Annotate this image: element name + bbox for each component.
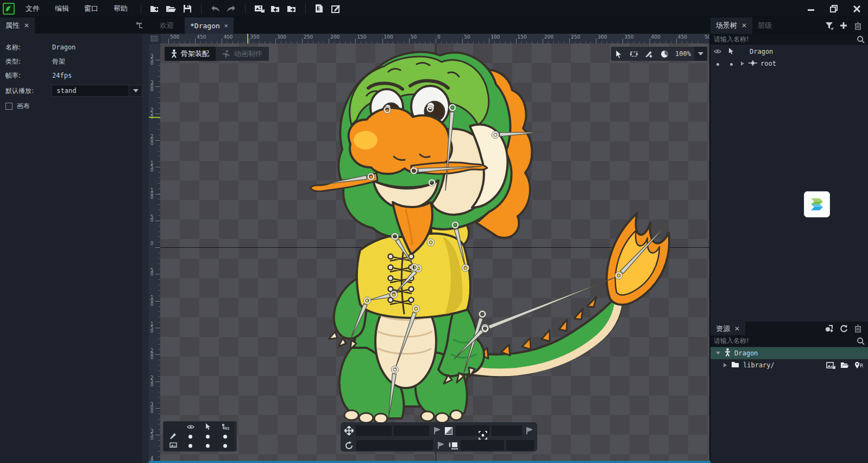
- bone[interactable]: [393, 270, 417, 295]
- undo-button[interactable]: [207, 2, 223, 16]
- menu-file[interactable]: 文件: [18, 0, 47, 17]
- menu-help[interactable]: 帮助: [106, 0, 135, 17]
- bone-visible-toggle[interactable]: [182, 432, 199, 441]
- bone-joint[interactable]: [411, 264, 418, 271]
- tab-properties[interactable]: 属性 ✕: [0, 17, 35, 34]
- horizontal-ruler[interactable]: 5004504003503002502001501005005010015020…: [160, 34, 710, 43]
- hierarchy-icon[interactable]: [217, 423, 234, 432]
- scene-armature-name[interactable]: Dragon: [750, 48, 773, 55]
- position-x-field[interactable]: [356, 426, 391, 436]
- default-play-dropdown[interactable]: stand: [52, 85, 142, 97]
- scene-tree-row-root[interactable]: root: [710, 58, 868, 70]
- restore-button[interactable]: [822, 0, 845, 17]
- panel-splitter[interactable]: [142, 34, 149, 463]
- expand-arrow-icon[interactable]: [741, 61, 744, 66]
- bone[interactable]: [488, 275, 617, 329]
- position-key-flag-icon[interactable]: [431, 427, 441, 435]
- selectable-dot[interactable]: [730, 63, 733, 66]
- image-tree-toggle[interactable]: [217, 441, 234, 451]
- bone-joint[interactable]: [428, 179, 435, 186]
- add-resource-icon[interactable]: [822, 322, 836, 335]
- position-y-field[interactable]: [394, 426, 429, 436]
- create-bone-tool[interactable]: [641, 47, 657, 61]
- tab-welcome[interactable]: 欢迎: [154, 17, 179, 34]
- add-node-icon[interactable]: [836, 19, 851, 32]
- export-data-button[interactable]: E: [311, 2, 328, 16]
- open-folder-icon[interactable]: [838, 359, 852, 372]
- delete-node-icon[interactable]: [851, 19, 865, 32]
- refresh-icon[interactable]: [836, 322, 851, 335]
- cursor-icon[interactable]: [725, 47, 738, 56]
- scale-x-field[interactable]: [456, 426, 489, 436]
- new-project-button[interactable]: [147, 2, 163, 16]
- resource-armature-name[interactable]: Dragon: [734, 349, 758, 357]
- bone[interactable]: [500, 130, 543, 136]
- contrast-view-icon[interactable]: [657, 47, 672, 61]
- image-visible-toggle[interactable]: [182, 441, 199, 451]
- resources-search[interactable]: 请输入名称!: [710, 335, 868, 347]
- bone[interactable]: [395, 239, 416, 268]
- bone[interactable]: [461, 318, 483, 377]
- export-folder-button[interactable]: [284, 2, 300, 16]
- save-button[interactable]: [179, 2, 196, 16]
- eye-icon[interactable]: [182, 423, 199, 432]
- minimize-button[interactable]: [800, 0, 822, 17]
- rotation-field[interactable]: [356, 440, 433, 451]
- search-icon[interactable]: [857, 35, 865, 45]
- scene-tree-row-armature[interactable]: Dragon: [710, 46, 868, 58]
- select-cursor-tool[interactable]: [611, 47, 626, 61]
- bone[interactable]: [418, 164, 481, 172]
- chevron-down-icon[interactable]: [129, 85, 142, 96]
- delete-resource-icon[interactable]: [851, 322, 865, 335]
- open-project-button[interactable]: [163, 2, 179, 16]
- stage-canvas[interactable]: 骨架装配 动画制作: [160, 43, 710, 463]
- cursor-icon[interactable]: [199, 423, 217, 432]
- bone[interactable]: [387, 373, 397, 419]
- bone[interactable]: [620, 219, 672, 273]
- bone[interactable]: [367, 293, 390, 302]
- bone-joint[interactable]: [383, 106, 391, 113]
- resource-row-armature[interactable]: Dragon: [710, 347, 868, 359]
- import-image-icon[interactable]: [823, 359, 838, 372]
- mode-rigging-button[interactable]: 骨架装配: [165, 47, 216, 61]
- ruler-corner[interactable]: [149, 34, 160, 43]
- search-icon[interactable]: [857, 337, 865, 347]
- pin-panel-icon[interactable]: [133, 19, 147, 32]
- image-selectable-toggle[interactable]: [199, 441, 217, 451]
- scale-key-flag-icon[interactable]: [524, 427, 534, 435]
- menu-edit[interactable]: 编辑: [47, 0, 77, 17]
- bottom-splitter-line[interactable]: [149, 461, 710, 463]
- texture-edit-button[interactable]: [328, 2, 344, 16]
- vertical-ruler[interactable]: 3503002502001501005005010015020025030035…: [149, 43, 160, 463]
- bone-joint[interactable]: [462, 264, 469, 271]
- filter-icon[interactable]: [822, 19, 836, 32]
- size-y-field[interactable]: [506, 440, 534, 451]
- scale-y-field[interactable]: [492, 426, 521, 436]
- close-icon[interactable]: ✕: [24, 22, 29, 29]
- visible-dot[interactable]: [716, 63, 719, 66]
- tab-dragon-document[interactable]: *Dragon ✕: [185, 17, 234, 34]
- bone-selectable-toggle[interactable]: [199, 432, 217, 441]
- import-folder-button[interactable]: [267, 2, 284, 16]
- resource-folder-name[interactable]: library/: [743, 361, 775, 369]
- redo-button[interactable]: [223, 2, 240, 16]
- bone-tree-toggle[interactable]: [217, 432, 234, 441]
- bone-joint[interactable]: [426, 105, 433, 112]
- name-value[interactable]: Dragon: [52, 43, 76, 51]
- import-image-button[interactable]: [251, 2, 267, 16]
- close-button[interactable]: [845, 0, 868, 17]
- bone[interactable]: [454, 229, 467, 268]
- close-icon[interactable]: ✕: [734, 325, 740, 333]
- collapse-arrow-icon[interactable]: [716, 352, 720, 355]
- bone[interactable]: [323, 176, 367, 186]
- bone[interactable]: [393, 312, 417, 370]
- marquee-tool[interactable]: [626, 47, 641, 61]
- zoom-level[interactable]: 100%: [672, 50, 694, 58]
- tab-resources[interactable]: 资源 ✕: [710, 322, 745, 335]
- close-icon[interactable]: ✕: [741, 22, 747, 29]
- close-icon[interactable]: ✕: [224, 22, 228, 29]
- scene-tree-search[interactable]: 请输入名称!: [710, 34, 868, 46]
- resource-row-library[interactable]: library/ R: [710, 359, 868, 371]
- menu-window[interactable]: 窗口: [77, 0, 106, 17]
- eye-icon[interactable]: [710, 48, 725, 55]
